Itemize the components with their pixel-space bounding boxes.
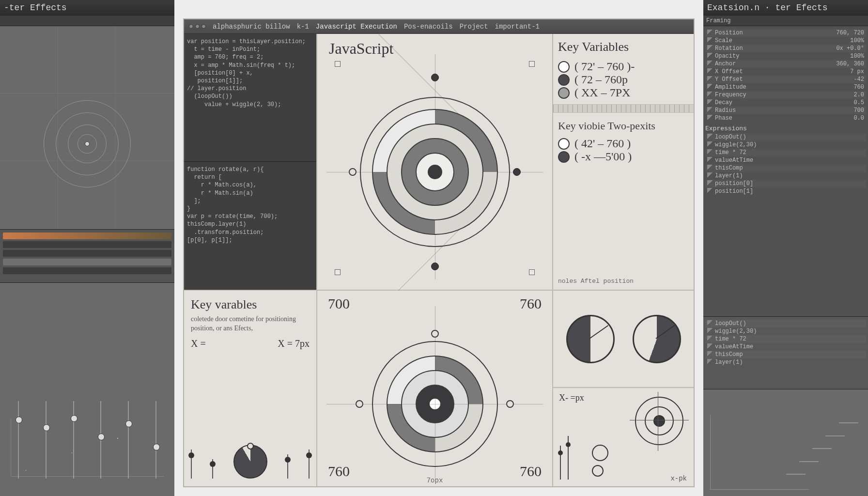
property-row[interactable]: time * 72 xyxy=(705,335,866,343)
twirl-icon[interactable] xyxy=(707,165,713,170)
twirl-icon[interactable] xyxy=(707,359,713,364)
property-row[interactable]: valueAtTime xyxy=(705,156,866,164)
property-row[interactable]: wiggle(2,30) xyxy=(705,141,866,149)
variable-row[interactable]: ( XX – 7PX xyxy=(558,86,689,99)
property-row[interactable]: layer(1) xyxy=(705,358,866,366)
rotation-dial[interactable] xyxy=(633,315,681,363)
property-row[interactable]: Position760, 720 xyxy=(705,29,866,37)
left-preview-viewport[interactable] xyxy=(0,26,174,230)
minimize-icon[interactable] xyxy=(195,24,200,29)
property-row[interactable]: Phase0.0 xyxy=(705,114,866,122)
anchor-node[interactable] xyxy=(349,168,356,176)
twirl-icon[interactable] xyxy=(707,30,713,34)
twirl-icon[interactable] xyxy=(707,157,713,162)
property-row[interactable]: Radius700 xyxy=(705,107,866,114)
property-row[interactable]: wiggle(2,30) xyxy=(705,327,866,335)
twirl-icon[interactable] xyxy=(707,84,713,89)
twirl-icon[interactable] xyxy=(707,320,713,325)
property-row[interactable]: thisComp xyxy=(705,351,866,358)
anchor-node[interactable] xyxy=(431,330,439,338)
twirl-icon[interactable] xyxy=(707,68,713,73)
twirl-icon[interactable] xyxy=(707,92,713,96)
twirl-icon[interactable] xyxy=(707,343,713,348)
variable-row[interactable]: ( 42' – 760 ) xyxy=(558,137,689,150)
twirl-icon[interactable] xyxy=(707,134,713,139)
slider[interactable] xyxy=(18,401,19,479)
twirl-icon[interactable] xyxy=(707,141,713,146)
twirl-icon[interactable] xyxy=(707,45,713,50)
close-icon[interactable] xyxy=(189,24,193,29)
twirl-icon[interactable] xyxy=(707,172,713,177)
variable-row[interactable]: ( 72 – 760p xyxy=(558,73,689,86)
twirl-icon[interactable] xyxy=(707,336,713,341)
anchor-node[interactable] xyxy=(431,263,439,270)
variable-row[interactable]: ( 72' – 760 )- xyxy=(558,60,689,73)
property-row[interactable]: Amplitude760 xyxy=(705,83,866,91)
property-row[interactable]: Opacity100% xyxy=(705,52,866,60)
slider[interactable] xyxy=(46,401,46,479)
code-editor-bottom[interactable]: function rotate(a, r){ return [ r * Math… xyxy=(184,162,316,290)
mini-slider[interactable] xyxy=(212,459,213,479)
property-row[interactable]: thisComp xyxy=(705,164,866,172)
property-row[interactable]: Scale100% xyxy=(705,37,866,45)
property-row[interactable]: Anchor360, 360 xyxy=(705,60,866,68)
property-row[interactable]: Frequency2.0 xyxy=(705,91,866,99)
timeline-track[interactable] xyxy=(3,259,171,265)
pin-slider[interactable] xyxy=(568,436,569,480)
twirl-icon[interactable] xyxy=(707,37,713,42)
property-row[interactable]: position[1] xyxy=(705,187,866,195)
maximize-icon[interactable] xyxy=(202,24,206,29)
right-tabs[interactable]: Framing xyxy=(703,16,868,26)
anchor-node[interactable] xyxy=(356,400,363,408)
twirl-icon[interactable] xyxy=(707,99,713,104)
slider[interactable] xyxy=(100,401,101,479)
code-editor-top[interactable]: var position = thisLayer.position; t = t… xyxy=(184,34,316,162)
anchor-node[interactable] xyxy=(431,74,439,81)
window-controls[interactable] xyxy=(189,24,206,29)
tab[interactable]: Framing xyxy=(706,17,730,24)
property-row[interactable]: position[0] xyxy=(705,180,866,187)
property-row[interactable]: Rotation0x +0.0° xyxy=(705,45,866,52)
twirl-icon[interactable] xyxy=(707,328,713,333)
variable-row[interactable]: ( -x —5'00 ) xyxy=(558,150,689,163)
property-row[interactable]: Y Offset-42 xyxy=(705,76,866,83)
mini-slider[interactable] xyxy=(287,454,288,479)
graph-editor[interactable] xyxy=(703,389,868,496)
slider[interactable] xyxy=(128,401,129,479)
property-row[interactable]: time * 72 xyxy=(705,149,866,156)
twirl-icon[interactable] xyxy=(707,107,713,112)
twirl-icon[interactable] xyxy=(707,149,713,154)
mini-slider[interactable] xyxy=(191,450,192,479)
property-row[interactable]: loopOut() xyxy=(705,133,866,141)
timeline-track[interactable] xyxy=(3,250,171,257)
property-row[interactable]: X Offset7 px xyxy=(705,68,866,76)
twirl-icon[interactable] xyxy=(707,351,713,356)
pin-slider[interactable] xyxy=(560,446,561,480)
composition-viewport[interactable]: JavaScript xyxy=(317,34,553,290)
slider[interactable] xyxy=(73,401,74,479)
twirl-icon[interactable] xyxy=(707,61,713,65)
twirl-icon[interactable] xyxy=(707,76,713,81)
property-row[interactable]: layer(1) xyxy=(705,172,866,180)
twirl-icon[interactable] xyxy=(707,188,713,193)
anchor-node[interactable] xyxy=(506,400,514,408)
property-row[interactable]: Decay0.5 xyxy=(705,99,866,107)
mini-slider[interactable] xyxy=(309,450,310,479)
property-row[interactable]: loopOut() xyxy=(705,320,866,327)
slider[interactable] xyxy=(155,401,156,479)
left-timeline[interactable] xyxy=(0,230,174,283)
properties-list[interactable]: Position760, 720Scale100%Rotation0x +0.0… xyxy=(703,26,868,317)
twirl-icon[interactable] xyxy=(707,180,713,185)
twirl-icon[interactable] xyxy=(707,53,713,58)
property-row[interactable]: valueAtTime xyxy=(705,343,866,351)
dials-card: X- =px x-pk xyxy=(553,291,694,486)
timeline-track[interactable] xyxy=(3,232,171,239)
anchor-node[interactable] xyxy=(513,168,521,176)
right-mid-panel[interactable]: loopOut()wiggle(2,30)time * 72valueAtTim… xyxy=(703,317,868,389)
timeline-track[interactable] xyxy=(3,267,171,274)
twirl-icon[interactable] xyxy=(707,115,713,120)
timeline-track[interactable] xyxy=(3,241,171,248)
rotation-dial[interactable] xyxy=(566,315,615,363)
left-toolbar[interactable] xyxy=(0,16,174,26)
mini-dial[interactable] xyxy=(233,445,267,479)
